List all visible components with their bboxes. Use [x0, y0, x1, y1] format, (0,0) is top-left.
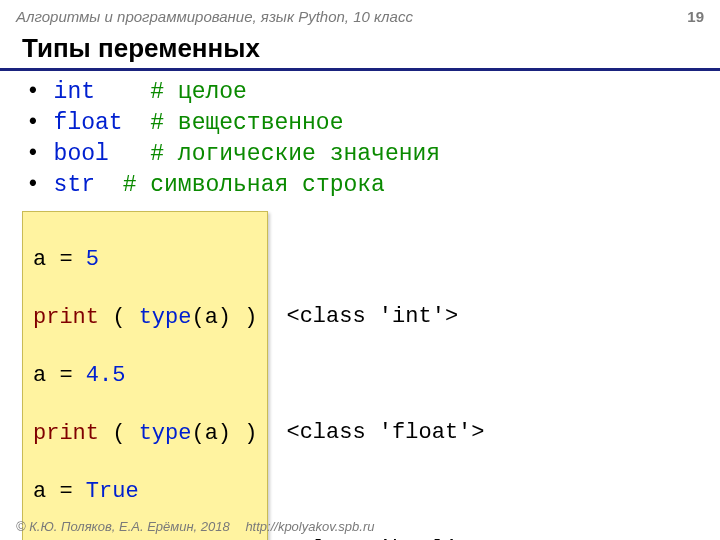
type-list: • int # целое • float # вещественное • b… — [0, 77, 720, 201]
output-line — [286, 244, 484, 273]
code-line: print ( type(a) ) — [33, 303, 257, 332]
output-line: <class 'int'> — [286, 302, 484, 331]
code-line: a = 5 — [33, 245, 257, 274]
list-item: • int # целое — [26, 77, 704, 108]
list-item: • float # вещественное — [26, 108, 704, 139]
code-line: a = 4.5 — [33, 361, 257, 390]
output-line — [286, 360, 484, 389]
page-number: 19 — [687, 8, 704, 25]
output-line: <class 'bool'> — [286, 535, 484, 540]
slide-title: Типы переменных — [0, 29, 720, 71]
code-example: a = 5 print ( type(a) ) a = 4.5 print ( … — [22, 211, 720, 540]
output-line: <class 'float'> — [286, 418, 484, 447]
list-item: • str # символьная строка — [26, 170, 704, 201]
copyright: © К.Ю. Поляков, Е.А. Ерёмин, 2018 — [16, 519, 230, 534]
output-line — [286, 476, 484, 505]
code-line: a = True — [33, 477, 257, 506]
code-line: print ( type(a) ) — [33, 419, 257, 448]
footer-url: http://kpolyakov.spb.ru — [245, 519, 374, 534]
output-column: <class 'int'> <class 'float'> <class 'bo… — [268, 211, 484, 540]
code-box: a = 5 print ( type(a) ) a = 4.5 print ( … — [22, 211, 268, 540]
code-line: print ( type(a) ) — [33, 536, 257, 540]
list-item: • bool # логические значения — [26, 139, 704, 170]
slide-header: Алгоритмы и программирование, язык Pytho… — [0, 0, 720, 29]
course-title: Алгоритмы и программирование, язык Pytho… — [16, 8, 413, 25]
slide-footer: © К.Ю. Поляков, Е.А. Ерёмин, 2018 http:/… — [16, 519, 374, 534]
